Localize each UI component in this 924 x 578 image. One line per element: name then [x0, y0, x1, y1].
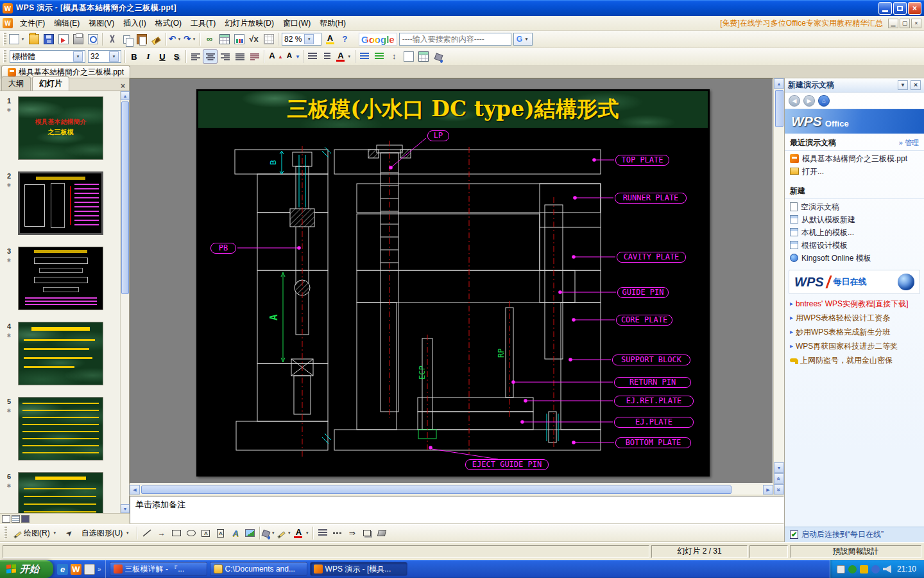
antivirus-icon[interactable]	[848, 565, 857, 574]
italic-button[interactable]: I	[141, 49, 155, 64]
help-button[interactable]: ?	[338, 32, 352, 46]
slide-thumbnail-6[interactable]	[18, 472, 103, 513]
label-runner-plate[interactable]: RUNNER PLATE	[615, 193, 687, 204]
align-right-button[interactable]	[218, 49, 232, 64]
increase-font-button[interactable]: A▲	[266, 49, 284, 64]
menu-file[interactable]: 文件(F)	[15, 16, 49, 31]
threed-style-button[interactable]	[374, 526, 389, 540]
hyperlink-button[interactable]: ∞	[202, 32, 217, 46]
slide-canvas[interactable]: 三板模(小水口 DC type)結構形式	[196, 89, 710, 477]
input-method-icon[interactable]	[837, 565, 845, 574]
thumbnail-scrollbar[interactable]: ▲ ▼	[120, 91, 129, 513]
menu-format[interactable]: 格式(O)	[151, 16, 186, 31]
menu-slideshow[interactable]: 幻灯片放映(D)	[220, 16, 278, 31]
scroll-right-icon[interactable]: ▶	[763, 485, 773, 495]
paste-button[interactable]	[134, 32, 149, 46]
wps-daily-banner[interactable]: WPS 每日在线	[789, 270, 920, 294]
back-icon[interactable]: ◀	[789, 95, 800, 107]
decrease-font-button[interactable]: A▼	[284, 49, 301, 64]
dash-style-button[interactable]	[330, 526, 345, 540]
google-search-input[interactable]	[399, 33, 511, 46]
ellipse-tool-button[interactable]	[184, 526, 198, 540]
wordart-button[interactable]: A	[228, 526, 243, 540]
fill-color-button[interactable]: ▾	[262, 526, 277, 540]
rectangle-tool-button[interactable]	[169, 526, 184, 540]
show-desktop-icon[interactable]	[84, 564, 95, 575]
vertical-scrollbar[interactable]: ▲ ▼ « »	[773, 78, 784, 495]
new-slide-button[interactable]	[402, 49, 416, 64]
slide-thumbnail-4[interactable]	[18, 322, 103, 385]
line-tool-button[interactable]	[139, 526, 154, 540]
save-button[interactable]	[41, 32, 56, 46]
scroll-left-icon[interactable]: ◀	[130, 485, 140, 495]
label-guide-pin[interactable]: GUIDE PIN	[617, 287, 669, 298]
startup-checkbox[interactable]: ✔	[790, 530, 798, 539]
slide-thumbnail-5[interactable]	[18, 397, 103, 460]
notes-pane[interactable]: 单击添加备注	[130, 496, 784, 524]
scroll-down-icon[interactable]: ▼	[774, 462, 784, 473]
insert-chart-button[interactable]	[232, 32, 246, 46]
slide-thumbnail-1[interactable]: 模具基本結構簡介 之三板模	[18, 96, 103, 160]
draw-menu-button[interactable]: 绘图(R)▾	[9, 526, 62, 541]
font-size-select[interactable]: 32 ▾	[88, 50, 121, 63]
promo-link-2[interactable]: ▸ 用WPS表格轻松设计工资条	[785, 311, 924, 325]
insert-table2-button[interactable]	[416, 49, 431, 64]
horizontal-scrollbar[interactable]: ◀ ▶	[130, 484, 773, 495]
start-button[interactable]: 开始	[0, 560, 53, 578]
promo-link-5[interactable]: 上网防盗号，就用金山密保	[785, 353, 924, 367]
print-preview-button[interactable]	[85, 32, 100, 46]
shadow-style-button[interactable]	[359, 526, 374, 540]
shadow-button[interactable]: S	[169, 49, 184, 64]
tab-slides[interactable]: 幻灯片	[32, 76, 69, 91]
label-top-plate[interactable]: TOP PLATE	[615, 155, 669, 166]
zoom-select[interactable]: 82 % ▾	[282, 33, 321, 46]
arrow-tool-button[interactable]: →	[154, 526, 169, 540]
wps-quick-icon[interactable]: W	[71, 564, 81, 575]
restore-button[interactable]	[893, 2, 907, 15]
redo-button[interactable]: ↷▾	[183, 32, 198, 46]
toolbar-grip[interactable]	[4, 527, 7, 539]
label-eject-guide-pin[interactable]: EJECT GUIDE PIN	[465, 459, 549, 470]
new-from-local-template-item[interactable]: 本机上的模板...	[785, 226, 924, 239]
label-pb[interactable]: PB	[210, 243, 236, 254]
doc-minimize-button[interactable]: ▁	[888, 19, 898, 28]
slide-thumbnail-3[interactable]	[18, 247, 103, 310]
previous-slide-button[interactable]: «	[774, 473, 784, 484]
new-from-design-template-item[interactable]: 根据设计模板	[785, 239, 924, 252]
menu-edit[interactable]: 编辑(E)	[49, 16, 84, 31]
scroll-up-icon[interactable]: ▲	[121, 91, 130, 100]
volume-icon[interactable]	[883, 565, 891, 574]
format-painter-button[interactable]	[149, 32, 164, 46]
doc-close-button[interactable]: ×	[911, 19, 921, 28]
label-return-pin[interactable]: RETURN PIN	[614, 377, 691, 388]
forward-icon[interactable]: ▶	[803, 95, 815, 107]
font-color-button[interactable]: A▾	[335, 49, 353, 64]
label-ej-plate[interactable]: EJ.PLATE	[614, 417, 694, 428]
scrollbar-thumb[interactable]	[121, 101, 129, 294]
internet-explorer-icon[interactable]: e	[57, 564, 68, 575]
kingsoft-online-template-item[interactable]: Kingsoft Online 模板	[785, 252, 924, 265]
font-name-select[interactable]: 標楷體 ▾	[10, 50, 85, 63]
insert-table-button[interactable]	[217, 32, 232, 46]
slideshow-icon[interactable]	[21, 515, 30, 523]
update-icon[interactable]	[860, 565, 868, 574]
highlight-button[interactable]: A	[323, 32, 338, 46]
arrow-style-button[interactable]: ⇒	[345, 526, 359, 540]
font-dropdown-icon[interactable]: ▾	[73, 51, 83, 62]
taskbar-window-3[interactable]: WPS 演示 - [模具...	[310, 562, 407, 576]
slide-view[interactable]: 三板模(小水口 DC type)結構形式	[130, 78, 773, 484]
label-core-plate[interactable]: CORE PLATE	[616, 315, 672, 326]
export-button[interactable]	[56, 32, 71, 46]
formula-button[interactable]: √x	[246, 32, 261, 46]
taskbar-window-2[interactable]: C:\Documents and...	[210, 562, 307, 576]
distribute-button[interactable]	[247, 49, 262, 64]
promo-link-4[interactable]: ▸ WPS再获国家科技进步二等奖	[785, 339, 924, 353]
insert-picture-button[interactable]	[243, 526, 257, 540]
zoom-dropdown-icon[interactable]: ▾	[304, 34, 314, 44]
size-dropdown-icon[interactable]: ▾	[109, 51, 119, 62]
taskbar-window-1[interactable]: 三板模详解 - 『...	[110, 562, 207, 576]
new-from-default-item[interactable]: 从默认模板新建	[785, 213, 924, 226]
autoshapes-menu-button[interactable]: 自选图形(U)▾	[77, 526, 135, 541]
panel-close-icon[interactable]: ×	[118, 81, 128, 91]
bold-button[interactable]: B	[127, 49, 141, 64]
